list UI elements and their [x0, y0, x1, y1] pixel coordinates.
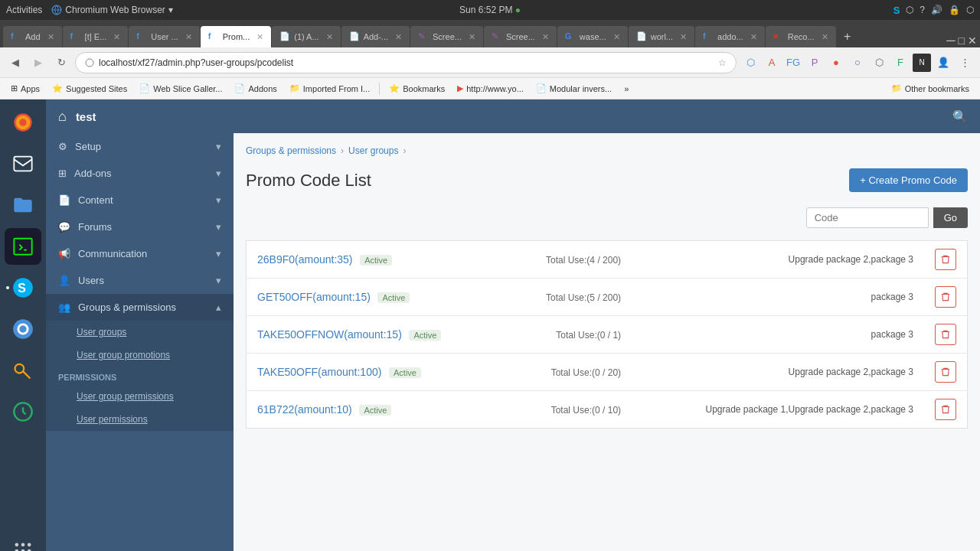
dock-files[interactable] — [5, 187, 41, 223]
tab-close-6[interactable]: ✕ — [395, 32, 402, 42]
create-promo-code-button[interactable]: + Create Promo Code — [849, 168, 968, 192]
bookmark-suggested[interactable]: ⭐ Suggested Sites — [47, 82, 132, 95]
sidebar-item-addons[interactable]: ⊞ Add-ons ▾ — [46, 160, 234, 187]
extensions-icon-5[interactable]: ● — [827, 54, 845, 72]
promo-code-table: 26B9F0(amount:35) Active Total Use:(4 / … — [246, 240, 968, 429]
bookmark-more[interactable]: » — [619, 83, 633, 95]
address-bar[interactable]: localhost/xf27/admin.php?user-groups/pco… — [75, 52, 737, 73]
sidebar-item-content[interactable]: 📄 Content ▾ — [46, 187, 234, 214]
promo-code-link[interactable]: 26B9F0(amount:35) — [257, 253, 353, 266]
breadcrumb-user-groups[interactable]: User groups — [348, 145, 398, 156]
sidebar-item-groups[interactable]: 👥 Groups & permissions ▴ — [46, 294, 234, 321]
dock-email[interactable] — [5, 145, 41, 182]
admin-home-icon[interactable]: ⌂ — [58, 109, 67, 125]
extensions-icon-8[interactable]: F — [891, 54, 910, 72]
delete-button[interactable] — [935, 361, 956, 383]
browser-tab-11[interactable]: f addo... ✕ — [695, 26, 765, 47]
promo-code-link[interactable]: TAKE50OFFNOW(amount:15) — [257, 328, 402, 341]
setup-icon: ⚙ — [58, 141, 67, 152]
sidebar-item-forums[interactable]: 💬 Forums ▾ — [46, 214, 234, 240]
setup-label: Setup — [75, 141, 101, 152]
admin-search-icon[interactable]: 🔍 — [952, 109, 968, 124]
tab-close-4[interactable]: ✕ — [256, 32, 263, 42]
address-text: localhost/xf27/admin.php?user-groups/pco… — [99, 57, 293, 68]
extensions-icon-1[interactable]: ⬡ — [741, 54, 760, 72]
promo-code-link[interactable]: 61B722(amount:10) — [257, 403, 352, 416]
menu-icon[interactable]: ⋮ — [956, 54, 974, 72]
sidebar-item-setup[interactable]: ⚙ Setup ▾ — [46, 133, 234, 160]
dock-terminal[interactable] — [5, 228, 41, 265]
browser-tab-5[interactable]: 📄 (1) A... ✕ — [272, 26, 340, 47]
extensions-icon-3[interactable]: FG — [784, 54, 802, 72]
tab-close-5[interactable]: ✕ — [326, 32, 333, 42]
bookmark-other[interactable]: 📁 Other bookmarks — [887, 82, 974, 95]
tab-close-12[interactable]: ✕ — [822, 32, 828, 42]
skype-tray-icon[interactable]: S — [893, 5, 900, 16]
bookmark-apps[interactable]: ⊞ Apps — [6, 82, 44, 95]
browser-tab-2[interactable]: f [t] E... ✕ — [63, 26, 129, 47]
browser-tab-3[interactable]: f User ... ✕ — [129, 26, 199, 47]
extensions-icon-9[interactable]: N — [913, 54, 931, 72]
reload-button[interactable]: ↻ — [52, 54, 70, 72]
sidebar-item-users[interactable]: 👤 Users ▾ — [46, 267, 234, 294]
bookmark-modular[interactable]: 📄 Modular invers... — [531, 82, 616, 95]
dock-firefox[interactable] — [5, 104, 41, 141]
browser-tab-9[interactable]: G wase... ✕ — [557, 26, 628, 47]
page-title: Promo Code List — [246, 171, 371, 191]
dock-chromium[interactable] — [5, 311, 41, 347]
dock-updates[interactable] — [5, 393, 41, 430]
sidebar-sub-user-group-permissions[interactable]: User group permissions — [46, 385, 234, 408]
table-row: 26B9F0(amount:35) Active Total Use:(4 / … — [247, 241, 968, 279]
tab-close-7[interactable]: ✕ — [469, 32, 475, 42]
delete-button[interactable] — [935, 399, 956, 420]
promo-code-link[interactable]: TAKE50OFF(amount:100) — [257, 366, 381, 378]
minimize-button[interactable]: ─ — [946, 34, 955, 47]
browser-tab-12[interactable]: ■ Reco... ✕ — [766, 26, 836, 47]
breadcrumb-groups[interactable]: Groups & permissions — [246, 145, 336, 156]
bookmark-webslice[interactable]: 📄 Web Slice Galler... — [135, 82, 227, 95]
browser-tab-7[interactable]: ✎ Scree... ✕ — [410, 26, 483, 47]
browser-tab-8[interactable]: ✎ Scree... ✕ — [484, 26, 557, 47]
tab-close-10[interactable]: ✕ — [680, 32, 687, 42]
bookmark-imported[interactable]: 📁 Imported From I... — [285, 82, 374, 95]
sidebar-sub-user-groups[interactable]: User groups — [46, 321, 234, 344]
maximize-button[interactable]: □ — [959, 34, 965, 47]
extensions-icon-7[interactable]: ⬡ — [870, 54, 888, 72]
browser-tab-4[interactable]: f Prom... ✕ — [201, 26, 271, 47]
bookmark-addons[interactable]: 📄 Addons — [230, 82, 281, 95]
close-button[interactable]: ✕ — [968, 34, 977, 47]
back-button[interactable]: ◀ — [6, 54, 24, 72]
extensions-icon-6[interactable]: ○ — [848, 54, 867, 72]
forward-button[interactable]: ▶ — [29, 54, 47, 72]
sidebar-item-communication[interactable]: 📢 Communication ▾ — [46, 240, 234, 267]
sidebar-sub-user-group-promotions[interactable]: User group promotions — [46, 344, 234, 367]
new-tab-button[interactable]: + — [837, 26, 858, 47]
tab-close-2[interactable]: ✕ — [113, 32, 120, 42]
profile-icon[interactable]: 👤 — [934, 54, 952, 72]
dock-keyring[interactable] — [5, 352, 41, 389]
dock-all-apps[interactable] — [5, 533, 41, 551]
search-go-button[interactable]: Go — [933, 207, 968, 228]
delete-button[interactable] — [935, 286, 956, 308]
tab-close-3[interactable]: ✕ — [185, 32, 192, 42]
extensions-icon-2[interactable]: A — [763, 54, 781, 72]
sidebar-sub-user-permissions[interactable]: User permissions — [46, 408, 234, 431]
code-search-input[interactable] — [806, 207, 929, 228]
promo-code-link[interactable]: GET50OFF(amount:15) — [257, 291, 371, 303]
tab-close-9[interactable]: ✕ — [613, 32, 620, 42]
browser-tab-10[interactable]: 📄 worl... ✕ — [629, 26, 694, 47]
tab-close-11[interactable]: ✕ — [750, 32, 757, 42]
bookmark-bookmarks[interactable]: ⭐ Bookmarks — [384, 82, 449, 95]
dock-skype[interactable]: S — [5, 269, 41, 306]
browser-tab-1[interactable]: f Add ✕ — [3, 26, 62, 47]
tab-close-8[interactable]: ✕ — [542, 32, 549, 42]
activities-label[interactable]: Activities — [6, 5, 42, 15]
delete-button[interactable] — [935, 249, 956, 270]
tab-close-1[interactable]: ✕ — [47, 32, 54, 42]
tab-favicon-2: f — [70, 31, 81, 42]
extensions-icon-4[interactable]: P — [805, 54, 824, 72]
bookmark-youtube[interactable]: ▶ http://www.yo... — [452, 82, 528, 95]
browser-tab-6[interactable]: 📄 Add-... ✕ — [341, 26, 410, 47]
star-icon[interactable]: ☆ — [718, 57, 727, 68]
delete-button[interactable] — [935, 324, 956, 345]
